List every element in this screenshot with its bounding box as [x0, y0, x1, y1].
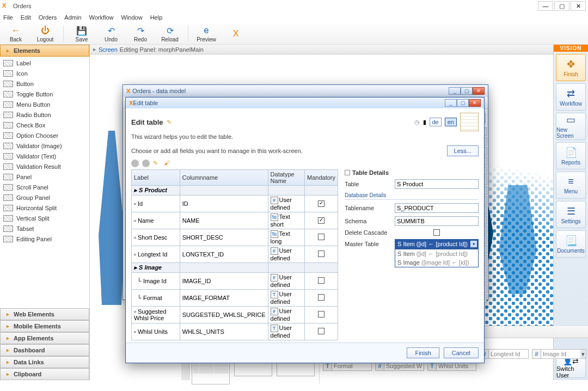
- palette-section[interactable]: ▸Data Links: [0, 356, 89, 368]
- menu-orders[interactable]: Orders: [39, 14, 57, 21]
- tool-dot-icon[interactable]: [131, 160, 139, 167]
- mandatory-checkbox[interactable]: [318, 311, 324, 317]
- brush-icon[interactable]: 🖌: [164, 160, 171, 167]
- table-group-row[interactable]: ▸ S Image: [132, 263, 338, 273]
- palette-item[interactable]: Radio Button: [0, 109, 89, 120]
- palette-item[interactable]: Label: [0, 58, 89, 68]
- undo-button[interactable]: ↶Undo: [100, 25, 122, 42]
- finish-button[interactable]: Finish: [407, 347, 439, 358]
- rail-finish-button[interactable]: ✥Finish: [556, 54, 586, 81]
- tool-dot-icon[interactable]: [142, 160, 150, 167]
- palette-item[interactable]: Validator (Image): [0, 140, 89, 151]
- dialog-titlebar[interactable]: X Edit table _ ▢ ✕: [126, 97, 484, 108]
- master-table-select[interactable]: S Item ([id] ← [product Id]) ▾ S Item ([…: [395, 239, 479, 249]
- mandatory-checkbox[interactable]: [318, 294, 324, 301]
- menu-help[interactable]: Help: [150, 14, 163, 21]
- palette-item[interactable]: Validator (Text): [0, 151, 89, 161]
- close-button[interactable]: ✕: [473, 87, 485, 95]
- redo-button[interactable]: ↷Redo: [129, 25, 152, 42]
- palette-item[interactable]: Validation Result: [0, 161, 89, 172]
- breadcrumb-link[interactable]: Screen: [99, 46, 118, 53]
- table-row[interactable]: └ Image IdIMAGE_ID#User defined: [132, 273, 338, 290]
- table-row[interactable]: ▫ Whlsl UnitsWHLSL_UNITSTUser defined: [132, 323, 338, 340]
- column-header[interactable]: Columnname: [180, 170, 268, 186]
- minimize-button[interactable]: —: [538, 1, 553, 11]
- lang-en-button[interactable]: en: [445, 118, 457, 126]
- lang-de-button[interactable]: de: [430, 118, 442, 126]
- unused-editor[interactable]: #▾: [532, 349, 586, 359]
- minimize-button[interactable]: _: [445, 99, 457, 107]
- palette-item[interactable]: Toggle Button: [0, 89, 89, 99]
- palette-section[interactable]: ▸Clipboard: [0, 368, 89, 380]
- palette-section[interactable]: ▸Mobile Elements: [0, 320, 89, 332]
- palette-item[interactable]: Tabset: [0, 223, 89, 234]
- menu-edit[interactable]: Edit: [21, 14, 31, 21]
- mandatory-checkbox[interactable]: [318, 277, 324, 284]
- palette-section[interactable]: ▸App Elements: [0, 332, 89, 344]
- palette-section-elements[interactable]: ▸ Elements: [0, 45, 89, 57]
- palette-item[interactable]: Vertical Split: [0, 213, 89, 223]
- menu-admin[interactable]: Admin: [64, 14, 81, 21]
- flag-icon[interactable]: ▮: [423, 119, 426, 126]
- tablename-input[interactable]: [395, 203, 479, 213]
- palette-item[interactable]: Check Box: [0, 120, 89, 130]
- reload-button[interactable]: ⟳Reload: [158, 25, 181, 42]
- palette-item[interactable]: Panel: [0, 172, 89, 182]
- rail-documents-button[interactable]: 📃Documents: [556, 230, 586, 258]
- pencil-icon[interactable]: ✎: [153, 160, 161, 167]
- rail-menu-button[interactable]: ≡Menu: [556, 172, 586, 199]
- mandatory-checkbox[interactable]: [318, 200, 324, 207]
- mandatory-checkbox[interactable]: [318, 217, 324, 224]
- xmenu-button[interactable]: X: [224, 28, 247, 40]
- checkbox-icon[interactable]: [345, 170, 350, 175]
- mandatory-checkbox[interactable]: [318, 234, 324, 240]
- palette-item[interactable]: Option Chooser: [0, 130, 89, 140]
- palette-item[interactable]: Menu Button: [0, 99, 89, 109]
- table-row[interactable]: ▫ Longtext IdLONGTEXT_ID#User defined: [132, 246, 338, 263]
- rail-settings-button[interactable]: ☰Settings: [556, 201, 586, 228]
- menu-file[interactable]: File: [3, 14, 13, 21]
- column-header[interactable]: Datatype Name: [268, 170, 304, 186]
- rail-newscreen-button[interactable]: ▭New Screen: [556, 113, 586, 140]
- table-row[interactable]: ▫ NameNAMETeText short: [132, 212, 338, 229]
- rail-workflow-button[interactable]: ⇄Workflow: [556, 83, 586, 111]
- table-group-row[interactable]: ▸ S Product: [132, 186, 338, 196]
- palette-section[interactable]: ▸Dashboard: [0, 344, 89, 356]
- chevron-down-icon[interactable]: ▾: [580, 351, 586, 358]
- maximize-button[interactable]: ▢: [457, 99, 469, 107]
- close-button[interactable]: ✕: [469, 99, 481, 107]
- mandatory-checkbox[interactable]: [318, 251, 324, 257]
- table-row[interactable]: ▫ IdID#User defined: [132, 196, 338, 212]
- palette-section[interactable]: ▸Web Elements: [0, 308, 89, 320]
- data-model-titlebar[interactable]: X Orders - data model _ ▢ ✕: [123, 85, 488, 97]
- rail-reports-button[interactable]: 📄Reports: [556, 142, 586, 169]
- palette-item[interactable]: Icon: [0, 68, 89, 78]
- preview-button[interactable]: ePreview: [195, 25, 218, 42]
- close-button[interactable]: ✕: [571, 1, 586, 11]
- logout-button[interactable]: ⏻Logout: [34, 25, 57, 42]
- palette-item[interactable]: Editing Panel: [0, 234, 89, 244]
- delete-cascade-checkbox[interactable]: [433, 229, 440, 236]
- schema-input[interactable]: [395, 216, 479, 226]
- maximize-button[interactable]: ▢: [461, 87, 473, 95]
- save-button[interactable]: 💾Save: [70, 25, 93, 42]
- mandatory-checkbox[interactable]: [318, 328, 324, 334]
- minimize-button[interactable]: _: [449, 87, 461, 95]
- menu-window[interactable]: Window: [121, 14, 143, 21]
- menu-workflow[interactable]: Workflow: [89, 14, 114, 21]
- palette-item[interactable]: Button: [0, 78, 89, 89]
- less-button[interactable]: Less...: [447, 145, 479, 156]
- back-button[interactable]: ←Back: [4, 25, 27, 42]
- clock-icon[interactable]: ◷: [414, 119, 420, 126]
- column-header[interactable]: Mandatory: [305, 170, 338, 186]
- column-header[interactable]: Label: [132, 170, 180, 186]
- unused-editor[interactable]: #: [480, 349, 529, 359]
- dropdown-option[interactable]: S Item ([id] ← [product Id]): [395, 249, 478, 258]
- palette-item[interactable]: Group Panel: [0, 192, 89, 203]
- table-row[interactable]: ▫ Short DescSHORT_DESCTeText long: [132, 229, 338, 246]
- table-row[interactable]: ▫ Suggested Whlsl PriceSUGGESTED_WHLSL_P…: [132, 307, 338, 323]
- dropdown-option[interactable]: S Image ([image Id] ← [id]): [395, 258, 478, 267]
- table-name-input[interactable]: [395, 179, 479, 189]
- palette-item[interactable]: Scroll Panel: [0, 182, 89, 192]
- table-row[interactable]: └ FormatIMAGE_FORMATTUser defined: [132, 290, 338, 307]
